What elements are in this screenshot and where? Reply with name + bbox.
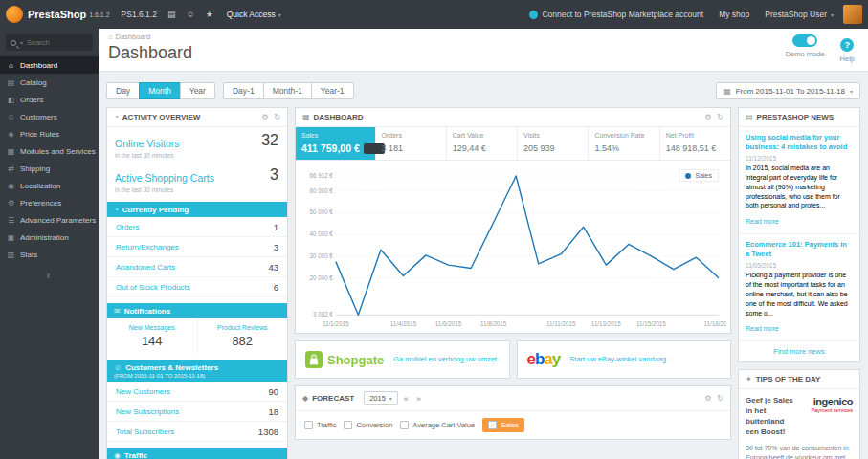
kpi-visits[interactable]: Visits 205 939	[518, 127, 589, 160]
user-menu[interactable]: PrestaShop User ▾	[765, 10, 834, 19]
checkbox-icon	[344, 421, 352, 429]
read-more-link[interactable]: Read more	[746, 218, 779, 225]
row-value: 43	[268, 262, 278, 273]
sidebar-search[interactable]: ▾	[6, 34, 93, 51]
gear-icon[interactable]: ⚙	[704, 113, 711, 121]
sidebar-item-dashboard[interactable]: ⌂Dashboard	[0, 56, 99, 74]
forecast-year-select[interactable]: 2015 ▾	[364, 391, 398, 405]
cart-icon[interactable]: ▤	[167, 10, 176, 19]
ebay-module: ebay Start uw eBay-winkel vandaag	[517, 340, 732, 379]
marketplace-link[interactable]: Connect to PrestaShop Marketplace accoun…	[529, 10, 703, 19]
range-day-button[interactable]: Day	[106, 82, 140, 99]
forecast-legend-traffic[interactable]: Traffic	[304, 421, 336, 429]
customers-newsletters-header: ☺ Customers & Newsletters (FROM 2015-11-…	[107, 360, 287, 382]
user-icon[interactable]: ☺	[186, 10, 194, 19]
help-control[interactable]: ? Help	[840, 34, 855, 63]
sidebar-item-catalog[interactable]: ▤Catalog	[0, 74, 99, 91]
sidebar-item-administration[interactable]: ▣Administration	[0, 229, 99, 246]
shopgate-bag-icon	[305, 351, 323, 368]
svg-text:50 000 €: 50 000 €	[309, 208, 333, 215]
new-messages-stat[interactable]: New Messages 144	[107, 318, 197, 354]
active-carts-link[interactable]: Active Shopping Carts	[115, 172, 214, 184]
quick-access-label: Quick Access	[227, 10, 276, 19]
kpi-sales[interactable]: Sales 411 759,00 €	[296, 127, 376, 160]
breadcrumb[interactable]: ⌂ Dashboard	[108, 33, 858, 41]
find-more-news-link[interactable]: Find more news	[739, 341, 859, 361]
sidebar-item-label: Dashboard	[20, 61, 57, 70]
pending-orders-row[interactable]: Orders 1	[107, 217, 287, 237]
my-shop-link[interactable]: My shop	[719, 10, 749, 19]
search-scope-caret-icon[interactable]: ▾	[20, 39, 23, 46]
article-title-link[interactable]: Ecommerce 101: Payments in a Tweet	[746, 240, 853, 259]
catalog-icon: ▤	[7, 78, 15, 87]
forecast-next-button[interactable]: »	[414, 394, 423, 404]
refresh-icon[interactable]: ↻	[274, 113, 280, 121]
read-more-link[interactable]: Read more	[746, 325, 779, 332]
sidebar-collapse-button[interactable]: ‖	[0, 263, 99, 289]
sidebar-item-customers[interactable]: ☺Customers	[0, 108, 99, 125]
range-year-button[interactable]: Year	[180, 82, 215, 99]
sidebar-item-advanced-parameters[interactable]: ☰Advanced Parameters	[0, 211, 99, 229]
brand-name[interactable]: PrestaShop	[28, 9, 86, 20]
customers-icon: ☺	[7, 113, 15, 121]
toggle-knob	[807, 36, 815, 45]
range-month-1-button[interactable]: Month-1	[263, 82, 312, 99]
quick-access-menu[interactable]: Quick Access ▾	[227, 10, 281, 19]
row-label: Out of Stock Products	[116, 283, 190, 292]
pending-returns-row[interactable]: Return/Exchanges 3	[107, 237, 287, 257]
sidebar-item-localization[interactable]: ◉Localization	[0, 177, 99, 194]
news-panel-title: PRESTASHOP NEWS	[757, 113, 835, 121]
notifications-title: Notifications	[124, 307, 170, 316]
refresh-icon[interactable]: ↻	[717, 394, 723, 403]
sidebar-item-stats[interactable]: ▥Stats	[0, 246, 99, 263]
abandoned-carts-row[interactable]: Abandoned Carts 43	[107, 257, 287, 277]
range-day-1-button[interactable]: Day-1	[223, 82, 264, 99]
kpi-conversion-rate[interactable]: Conversion Rate 1.54%	[589, 127, 659, 160]
kpi-net-profit[interactable]: Net Profit 148 918,51 €	[660, 127, 730, 160]
online-visitors-link[interactable]: Online Visitors	[115, 138, 180, 149]
kpi-cart-value[interactable]: Cart Value 129,44 €	[447, 127, 518, 160]
date-range-picker[interactable]: ▦ From 2015-11-01 To 2015-11-18 ▾	[716, 82, 860, 99]
forecast-legend-average-cart-value[interactable]: Average Cart Value	[400, 421, 475, 429]
help-label: Help	[840, 55, 855, 63]
sidebar-item-orders[interactable]: ◧Orders	[0, 91, 99, 108]
kpi-label: Cart Value	[453, 132, 511, 139]
avatar[interactable]	[843, 5, 862, 24]
article-title-link[interactable]: Using social media for your business: 4 …	[746, 133, 853, 152]
sidebar-item-shipping[interactable]: ⇄Shipping	[0, 160, 99, 177]
range-year-1-button[interactable]: Year-1	[311, 82, 354, 99]
forecast-prev-button[interactable]: «	[402, 394, 411, 404]
gear-icon[interactable]: ⚙	[261, 113, 268, 121]
forecast-legend-sales[interactable]: ✓ Sales	[482, 418, 524, 432]
activity-panel-header: ◔ ACTIVITY OVERVIEW ⚙ ↻	[107, 108, 287, 127]
row-value: 1	[274, 222, 278, 232]
sidebar-item-preferences[interactable]: ⚙Preferences	[0, 194, 99, 211]
demo-mode-toggle[interactable]	[792, 34, 817, 47]
kpi-orders[interactable]: Orders 3 181	[376, 127, 447, 160]
traffic-header: ◉ Traffic (FROM 2015-11-01 TO 2015-11-18…	[107, 448, 287, 459]
forecast-legend-conversion[interactable]: Conversion	[344, 421, 392, 429]
online-visitors-stat: Online Visitors 32 in the last 30 minute…	[107, 127, 287, 162]
sidebar-item-price-rules[interactable]: ◈Price Rules	[0, 125, 99, 142]
shop-name-link[interactable]: PS1.6.1.2	[122, 10, 157, 19]
shopgate-link[interactable]: Ga mobiel en verhoog uw omzet	[393, 355, 497, 364]
chevron-down-icon: ▾	[850, 88, 853, 95]
refresh-icon[interactable]: ↻	[717, 113, 723, 121]
trophy-icon[interactable]: ★	[206, 10, 213, 19]
prestashop-logo[interactable]	[6, 6, 23, 23]
out-of-stock-row[interactable]: Out of Stock Products 6	[107, 277, 287, 297]
active-carts-sub: in the last 30 minutes	[115, 186, 279, 193]
ebay-link[interactable]: Start uw eBay-winkel vandaag	[569, 355, 666, 364]
search-input[interactable]	[27, 38, 82, 47]
chart-legend[interactable]: Sales	[679, 169, 719, 182]
checkbox-icon	[304, 421, 313, 429]
preferences-icon: ⚙	[7, 199, 15, 208]
product-reviews-stat[interactable]: Product Reviews 882	[197, 318, 288, 354]
new-customers-row[interactable]: New Customers 90	[107, 382, 287, 402]
new-subscriptions-row[interactable]: New Subscriptions 18	[107, 402, 287, 422]
sidebar-item-modules[interactable]: ▦Modules and Services	[0, 142, 99, 160]
gear-icon[interactable]: ⚙	[704, 394, 711, 403]
total-subscribers-row[interactable]: Total Subscribers 1308	[107, 422, 287, 442]
help-icon[interactable]: ?	[840, 38, 854, 52]
range-month-button[interactable]: Month	[139, 82, 181, 99]
